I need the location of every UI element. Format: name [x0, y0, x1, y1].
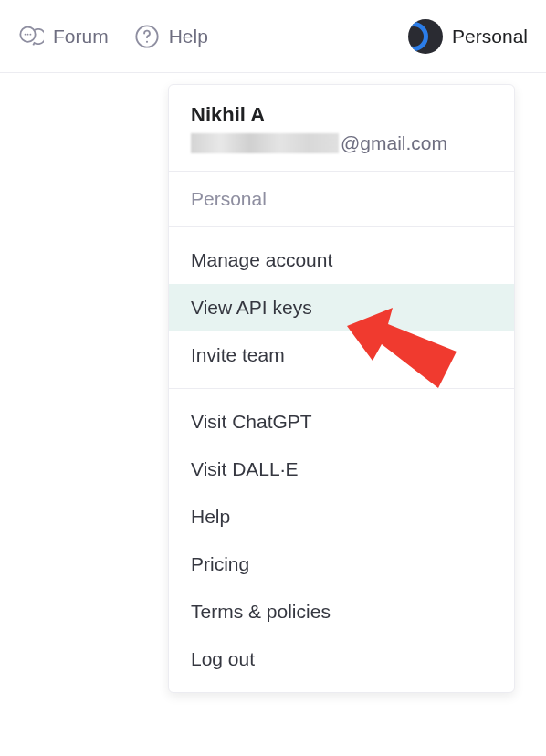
email-suffix: @gmail.com	[341, 132, 447, 154]
menu-invite-team[interactable]: Invite team	[169, 331, 514, 379]
avatar	[408, 19, 443, 54]
menu-help[interactable]: Help	[169, 493, 514, 541]
user-name: Nikhil A	[191, 103, 492, 127]
user-email: @gmail.com	[191, 132, 492, 154]
account-dropdown: Nikhil A @gmail.com Personal Manage acco…	[168, 84, 515, 693]
help-label: Help	[169, 26, 208, 47]
help-link[interactable]: Help	[134, 24, 208, 49]
menu-view-api-keys[interactable]: View API keys	[169, 284, 514, 331]
svg-point-3	[29, 33, 31, 35]
forum-icon	[18, 24, 44, 49]
personal-menu-trigger[interactable]: Personal	[408, 19, 528, 54]
user-info: Nikhil A @gmail.com	[169, 85, 514, 171]
menu-logout[interactable]: Log out	[169, 635, 514, 683]
header: Forum Help Personal	[0, 0, 546, 73]
svg-point-1	[25, 33, 26, 35]
menu-manage-account[interactable]: Manage account	[169, 236, 514, 284]
menu-visit-dalle[interactable]: Visit DALL·E	[169, 446, 514, 493]
section-label: Personal	[169, 172, 514, 226]
email-redacted	[191, 133, 339, 153]
menu-group-links: Visit ChatGPT Visit DALL·E Help Pricing …	[169, 389, 514, 692]
personal-label: Personal	[452, 26, 528, 47]
menu-visit-chatgpt[interactable]: Visit ChatGPT	[169, 398, 514, 446]
help-icon	[134, 24, 160, 49]
forum-label: Forum	[53, 26, 109, 47]
svg-point-2	[27, 33, 29, 35]
menu-group-account: Manage account View API keys Invite team	[169, 227, 514, 388]
svg-point-5	[146, 40, 148, 42]
forum-link[interactable]: Forum	[18, 24, 109, 49]
menu-pricing[interactable]: Pricing	[169, 541, 514, 588]
menu-terms[interactable]: Terms & policies	[169, 588, 514, 635]
